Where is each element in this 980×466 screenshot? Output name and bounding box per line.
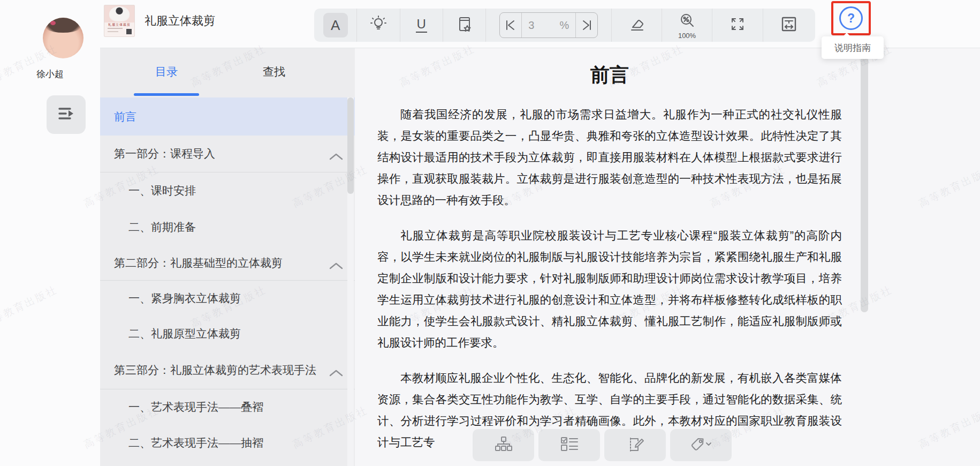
chevron-up-icon[interactable] [329, 259, 343, 272]
text-width-button[interactable] [763, 9, 815, 42]
content-scrollbar-thumb[interactable] [861, 51, 868, 312]
eraser-icon [628, 15, 646, 35]
font-icon: A [323, 13, 348, 37]
chapter-title: 前言 [377, 62, 842, 88]
tags-button[interactable] [670, 429, 732, 461]
checklist-icon [559, 436, 580, 454]
help-tooltip: 说明指南 [822, 36, 884, 59]
fullscreen-button[interactable] [712, 9, 763, 42]
tag-dropdown-icon [689, 436, 713, 454]
bookmark-star-icon [455, 15, 474, 35]
paragraph: 礼服立体裁剪是高等职业院校服装设计与工艺专业核心课程“服装立体裁剪”的高阶内容，… [377, 225, 842, 354]
book-cover: 礼服立体裁剪 [104, 5, 135, 37]
eraser-button[interactable] [612, 9, 662, 42]
notes-button[interactable] [604, 429, 666, 461]
chevron-up-icon[interactable] [329, 150, 343, 163]
paragraph: 随着我国经济的发展，礼服的市场需求日益增大。礼服作为一种正式的社交礼仪性服装，是… [377, 104, 842, 211]
chapter-body: 随着我国经济的发展，礼服的市场需求日益增大。礼服作为一种正式的社交礼仪性服装，是… [377, 104, 842, 466]
sitemap-icon [493, 435, 514, 455]
book-cover-title: 礼服立体裁剪 [104, 22, 135, 27]
toc-item-part3[interactable]: 第三部分：礼服立体裁剪的艺术表现手法 [100, 351, 355, 389]
page-navigation-group: 3 % [486, 9, 612, 42]
underline-icon: U [416, 18, 427, 33]
zoom-button[interactable]: 100% [662, 9, 712, 42]
brightness-button[interactable] [357, 9, 400, 42]
avatar[interactable] [43, 18, 83, 58]
bookmark-button[interactable] [443, 9, 486, 42]
font-settings-button[interactable]: A [314, 9, 357, 42]
book-cover-photo [109, 6, 130, 21]
underline-button[interactable]: U [400, 9, 443, 42]
bottom-toolbar [473, 429, 732, 461]
page-progress-input[interactable]: 3 % [521, 13, 576, 37]
note-edit-icon [626, 435, 645, 455]
chevron-up-icon[interactable] [329, 366, 343, 379]
zoom-level-label: 100% [678, 32, 696, 40]
exercises-button[interactable] [538, 429, 600, 461]
toolbar: A U [314, 9, 815, 42]
page-value: 3 [528, 19, 534, 32]
toc-item-part3-2[interactable]: 二、艺术表现手法——抽褶 [100, 425, 355, 461]
toc-item-part2[interactable]: 第二部分：礼服基础型的立体裁剪 [100, 245, 355, 281]
toc-item-part3-1[interactable]: 一、艺术表现手法——叠褶 [100, 389, 355, 425]
page-unit: % [559, 19, 569, 32]
sidebar-scrollbar-thumb[interactable] [347, 97, 354, 194]
reader-content: 前言 随着我国经济的发展，礼服的市场需求日益增大。礼服作为一种正式的社交礼仪性服… [355, 48, 980, 466]
toc-item-part1[interactable]: 第一部分：课程导入 [100, 136, 355, 172]
brightness-bulb-icon [369, 14, 388, 36]
mindmap-button[interactable] [473, 429, 534, 461]
help-button-highlight-box[interactable]: ? [831, 1, 871, 35]
help-question-icon[interactable]: ? [839, 6, 863, 30]
pager: 3 % [499, 12, 598, 38]
toc-item-part1-2[interactable]: 二、前期准备 [100, 209, 355, 245]
toc-item-part2-1[interactable]: 一、紧身胸衣立体裁剪 [100, 280, 355, 316]
toc-list: 前言 第一部分：课程导入 一、课时安排 二、前期准备 第二部分：礼服基础型的立体… [100, 48, 355, 466]
book-title: 礼服立体裁剪 [145, 13, 215, 29]
zoom-percent-magnifier-icon [679, 13, 696, 31]
toc-item-preface[interactable]: 前言 [100, 97, 355, 136]
toc-item-part2-2[interactable]: 二、礼服原型立体裁剪 [100, 316, 355, 351]
collapse-sidebar-button[interactable] [47, 95, 86, 134]
ebook-reader-app: 高等教育出版社高等教育出版社高等教育出版社高等教育出版社高等教育出版社高等教育出… [0, 0, 980, 466]
fullscreen-expand-icon [729, 16, 746, 35]
go-first-page-button[interactable] [500, 13, 521, 37]
toc-item-part1-1[interactable]: 一、课时安排 [100, 172, 355, 209]
go-last-page-button[interactable] [576, 13, 597, 37]
text-width-icon [780, 15, 798, 35]
menu-collapse-icon [57, 106, 75, 124]
user-name: 徐小超 [0, 68, 100, 80]
